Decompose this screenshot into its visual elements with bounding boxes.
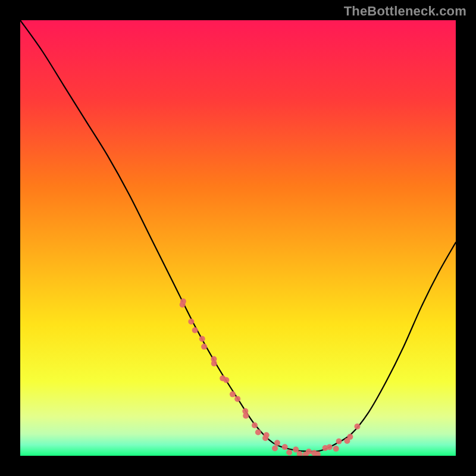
marker-dot — [336, 439, 342, 444]
marker-dot — [306, 449, 312, 455]
marker-dot — [255, 430, 261, 436]
marker-dot — [327, 444, 333, 450]
marker-dot — [243, 413, 249, 419]
chart-plot — [20, 20, 456, 456]
marker-dot — [282, 444, 288, 450]
chart-frame: TheBottleneck.com — [0, 0, 476, 476]
marker-dot — [192, 327, 198, 333]
marker-dot — [230, 392, 236, 397]
marker-dot — [234, 396, 240, 402]
watermark-text: TheBottleneck.com — [344, 4, 466, 19]
marker-dot — [293, 447, 299, 453]
marker-dot — [286, 449, 292, 455]
marker-dot — [333, 446, 339, 452]
marker-dot — [354, 424, 360, 430]
marker-dot — [264, 432, 270, 438]
marker-dot — [223, 377, 229, 383]
marker-dot — [188, 318, 194, 324]
marker-dot — [274, 440, 280, 446]
gradient-background — [20, 20, 456, 456]
marker-dot — [201, 344, 207, 350]
marker-dot — [199, 336, 205, 342]
marker-dot — [211, 361, 217, 367]
marker-dot — [252, 422, 258, 428]
marker-dot — [180, 299, 186, 305]
marker-dot — [347, 434, 353, 440]
marker-dot — [272, 446, 278, 452]
